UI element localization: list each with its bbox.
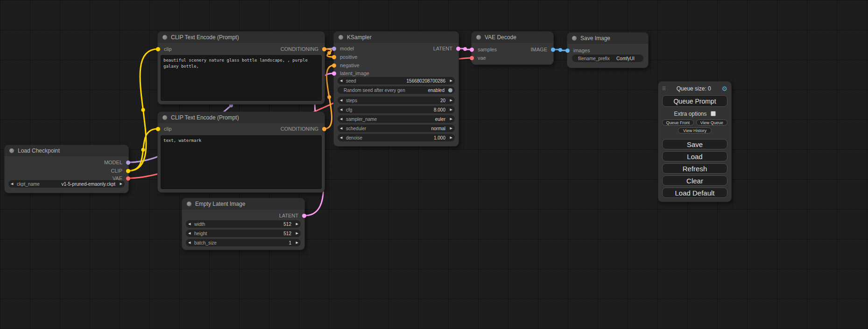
input-port-clip[interactable] bbox=[156, 47, 160, 51]
node-title-bar[interactable]: Load Checkpoint bbox=[5, 145, 128, 156]
node-vae-decode[interactable]: VAE Decode samples vae IMAGE bbox=[472, 32, 553, 64]
widget-value: ComfyUI bbox=[610, 56, 635, 61]
node-title-bar[interactable]: KSampler bbox=[334, 32, 459, 43]
input-port-latent-image[interactable] bbox=[332, 71, 336, 76]
drag-handle-icon[interactable]: ⠿ bbox=[662, 86, 666, 92]
decrement-icon[interactable]: ◀ bbox=[188, 241, 193, 245]
prompt-textarea[interactable]: text, watermark bbox=[161, 135, 322, 189]
widget-value: v1-5-pruned-emaonly.ckpt bbox=[40, 182, 115, 187]
collapse-dot[interactable] bbox=[162, 115, 167, 120]
node-title-bar[interactable]: VAE Decode bbox=[472, 32, 553, 43]
decrement-icon[interactable]: ◀ bbox=[340, 136, 345, 140]
widget-value: euler bbox=[377, 117, 445, 122]
increment-icon[interactable]: ▶ bbox=[447, 79, 452, 83]
node-empty-latent-image[interactable]: Empty Latent Image LATENT ◀ width 512 ▶ … bbox=[182, 198, 304, 250]
node-ksampler[interactable]: KSampler model positive negative latent_… bbox=[334, 32, 459, 146]
input-label-clip: clip bbox=[164, 45, 172, 53]
increment-icon[interactable]: ▶ bbox=[447, 108, 452, 112]
collapse-dot[interactable] bbox=[572, 36, 577, 41]
collapse-dot[interactable] bbox=[162, 35, 167, 40]
increment-icon[interactable]: ▶ bbox=[447, 98, 452, 102]
widget-width[interactable]: ◀ width 512 ▶ bbox=[186, 220, 301, 228]
widget-sampler-name[interactable]: ◀ sampler_name euler ▶ bbox=[338, 115, 455, 123]
extra-options-row: Extra options bbox=[662, 111, 727, 117]
widget-label: steps bbox=[346, 98, 357, 103]
decrement-icon[interactable]: ◀ bbox=[340, 117, 345, 121]
input-port-clip[interactable] bbox=[156, 127, 160, 131]
node-title: Save Image bbox=[580, 35, 610, 42]
output-port-model[interactable] bbox=[126, 161, 130, 165]
output-port-image[interactable] bbox=[551, 48, 555, 52]
widget-scheduler[interactable]: ◀ scheduler normal ▶ bbox=[338, 125, 455, 132]
widget-seed[interactable]: ◀ seed 156680208700286 ▶ bbox=[338, 77, 455, 84]
node-title-bar[interactable]: Empty Latent Image bbox=[182, 198, 304, 210]
node-graph-canvas[interactable]: Load Checkpoint MODEL CLIP VAE ◀ ckpt_na… bbox=[0, 0, 868, 329]
widget-value: 512 bbox=[205, 222, 291, 227]
collapse-dot[interactable] bbox=[476, 35, 481, 40]
input-port-negative[interactable] bbox=[332, 63, 336, 68]
toggle-dot[interactable] bbox=[448, 88, 452, 92]
output-port-conditioning[interactable] bbox=[322, 127, 326, 131]
prompt-textarea[interactable]: beautiful scenery nature glass bottle la… bbox=[161, 55, 322, 101]
node-title: CLIP Text Encode (Prompt) bbox=[171, 114, 239, 121]
widget-filename-prefix[interactable]: filename_prefix ComfyUI bbox=[572, 55, 643, 62]
input-port-vae[interactable] bbox=[470, 56, 474, 60]
widget-height[interactable]: ◀ height 512 ▶ bbox=[186, 230, 301, 237]
output-port-conditioning[interactable] bbox=[322, 47, 326, 51]
node-title-bar[interactable]: CLIP Text Encode (Prompt) bbox=[158, 112, 325, 123]
collapse-dot[interactable] bbox=[339, 35, 343, 40]
increment-icon[interactable]: ▶ bbox=[293, 231, 298, 235]
settings-gear-icon[interactable]: ⚙ bbox=[721, 85, 727, 92]
decrement-icon[interactable]: ◀ bbox=[188, 231, 193, 235]
node-clip-text-encode-positive[interactable]: CLIP Text Encode (Prompt) clip CONDITION… bbox=[158, 32, 325, 104]
extra-options-checkbox[interactable] bbox=[711, 111, 716, 116]
increment-icon[interactable]: ▶ bbox=[293, 222, 298, 226]
queue-prompt-button[interactable]: Queue Prompt bbox=[662, 95, 727, 107]
decrement-icon[interactable]: ◀ bbox=[340, 126, 345, 130]
widget-ckpt-name[interactable]: ◀ ckpt_name v1-5-pruned-emaonly.ckpt ▶ bbox=[8, 180, 125, 188]
input-port-samples[interactable] bbox=[470, 48, 474, 52]
save-button[interactable]: Save bbox=[662, 139, 727, 149]
refresh-button[interactable]: Refresh bbox=[662, 163, 727, 174]
node-title-bar[interactable]: Save Image bbox=[567, 33, 648, 44]
increment-icon[interactable]: ▶ bbox=[117, 182, 122, 186]
node-title: KSampler bbox=[347, 34, 372, 41]
increment-icon[interactable]: ▶ bbox=[293, 241, 298, 245]
view-queue-button[interactable]: View Queue bbox=[696, 119, 728, 126]
widget-batch-size[interactable]: ◀ batch_size 1 ▶ bbox=[186, 239, 301, 246]
widget-denoise[interactable]: ◀ denoise 1.000 ▶ bbox=[338, 134, 455, 141]
widget-label: filename_prefix bbox=[578, 56, 610, 61]
collapse-dot[interactable] bbox=[187, 202, 191, 206]
node-load-checkpoint[interactable]: Load Checkpoint MODEL CLIP VAE ◀ ckpt_na… bbox=[5, 145, 128, 193]
output-port-vae[interactable] bbox=[126, 176, 130, 181]
node-clip-text-encode-negative[interactable]: CLIP Text Encode (Prompt) clip CONDITION… bbox=[158, 112, 325, 192]
increment-icon[interactable]: ▶ bbox=[447, 136, 452, 140]
queue-front-button[interactable]: Queue Front bbox=[662, 119, 694, 126]
widget-random-seed-toggle[interactable]: Random seed after every gen enabled bbox=[338, 86, 455, 94]
widget-label: cfg bbox=[346, 107, 352, 112]
node-save-image[interactable]: Save Image images filename_prefix ComfyU… bbox=[567, 33, 648, 68]
decrement-icon[interactable]: ◀ bbox=[340, 79, 345, 83]
increment-icon[interactable]: ▶ bbox=[447, 117, 452, 121]
decrement-icon[interactable]: ◀ bbox=[340, 98, 345, 102]
clear-button[interactable]: Clear bbox=[662, 175, 727, 186]
input-port-positive[interactable] bbox=[332, 55, 336, 59]
input-port-images[interactable] bbox=[565, 49, 570, 53]
widget-cfg[interactable]: ◀ cfg 8.000 ▶ bbox=[338, 106, 455, 113]
output-port-latent[interactable] bbox=[302, 214, 306, 218]
load-button[interactable]: Load bbox=[662, 151, 727, 161]
widget-label: ckpt_name bbox=[17, 182, 40, 187]
view-history-button[interactable]: View History bbox=[678, 127, 712, 133]
decrement-icon[interactable]: ◀ bbox=[188, 222, 193, 226]
increment-icon[interactable]: ▶ bbox=[447, 126, 452, 130]
load-default-button[interactable]: Load Default bbox=[662, 188, 727, 198]
collapse-dot[interactable] bbox=[9, 148, 14, 153]
widget-steps[interactable]: ◀ steps 20 ▶ bbox=[338, 97, 455, 104]
widget-value: 8.000 bbox=[352, 107, 445, 112]
decrement-icon[interactable]: ◀ bbox=[11, 182, 16, 186]
decrement-icon[interactable]: ◀ bbox=[340, 108, 345, 112]
output-port-clip[interactable] bbox=[126, 169, 130, 173]
input-port-model[interactable] bbox=[332, 47, 336, 51]
node-title-bar[interactable]: CLIP Text Encode (Prompt) bbox=[158, 32, 325, 43]
output-port-latent[interactable] bbox=[456, 47, 460, 51]
